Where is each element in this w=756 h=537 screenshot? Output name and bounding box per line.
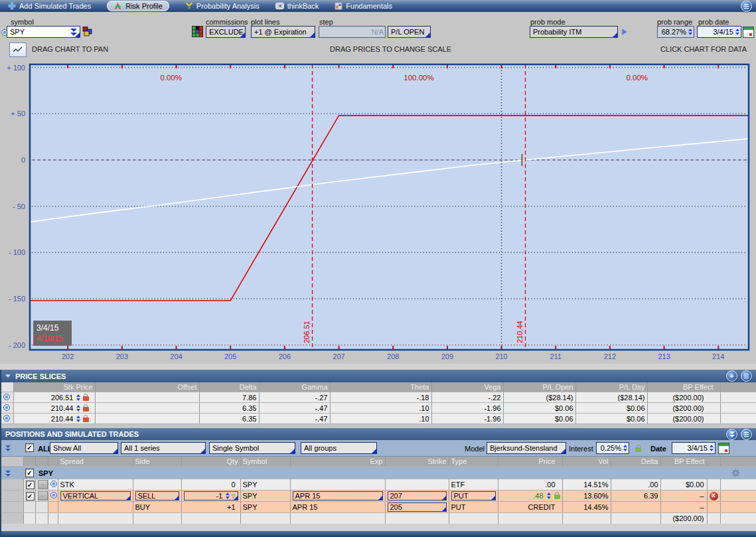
- interest-stepper[interactable]: [623, 445, 627, 451]
- tab-probability-analysis[interactable]: Probability Analysis: [185, 0, 260, 12]
- slice-pl-day: ($28.14): [575, 392, 647, 403]
- tab-fundamentals[interactable]: Fundamentals: [335, 0, 392, 12]
- price-slices-menu-icon[interactable]: [741, 370, 752, 382]
- all-checkbox[interactable]: ✓: [25, 443, 34, 452]
- col-gamma: Gamma: [259, 382, 330, 392]
- mini-chart-toggle-icon[interactable]: ~: [38, 480, 48, 489]
- series-filter-dropdown[interactable]: All 1 series: [121, 442, 206, 454]
- bottom-scroll-strip[interactable]: [0, 524, 756, 531]
- show-filter-value: Show All: [53, 444, 81, 452]
- slice-link-dot[interactable]: [3, 394, 10, 400]
- prob-range-stepper[interactable]: [688, 29, 692, 35]
- plot-lines-dropdown[interactable]: +1 @ Expiration: [251, 26, 315, 38]
- plot-lines-label: plot lines: [251, 18, 279, 26]
- svg-text:208: 208: [387, 352, 399, 360]
- group-collapse-icon[interactable]: [5, 445, 11, 451]
- tab-add-simulated-trades[interactable]: Add Simulated Trades: [8, 0, 91, 12]
- slice-stepper[interactable]: [76, 394, 80, 401]
- side-dropdown[interactable]: SELL: [135, 491, 179, 500]
- tab-label: Probability Analysis: [196, 2, 260, 10]
- symbol-label: symbol: [11, 18, 34, 26]
- spy-checkbox[interactable]: ✓: [25, 469, 34, 477]
- chart-splitter[interactable]: [0, 364, 756, 370]
- price-lock-icon[interactable]: [554, 495, 560, 499]
- spread-cell: STK: [58, 479, 133, 491]
- strike-dropdown[interactable]: 205: [388, 502, 447, 512]
- row-checkbox[interactable]: ✓: [26, 481, 35, 489]
- groups-filter-dropdown[interactable]: All groups: [301, 442, 377, 454]
- prob-range-input[interactable]: 68.27%: [657, 26, 694, 38]
- price-value[interactable]: .48: [533, 492, 543, 500]
- slice-price[interactable]: 210.44: [51, 415, 74, 423]
- qty-dropdown-icon[interactable]: ▽: [231, 493, 235, 499]
- strike-dropdown[interactable]: 207: [388, 491, 447, 500]
- trade-calendar-icon[interactable]: [718, 443, 729, 454]
- collapse-all-button[interactable]: [726, 429, 737, 440]
- risk-profile-chart[interactable]: + 100+ 500- 50- 100- 150- 20020220320420…: [0, 58, 756, 365]
- hint-drag-scale: DRAG PRICES TO CHANGE SCALE: [330, 45, 451, 53]
- bp-cell: –: [660, 502, 707, 513]
- calendar-icon[interactable]: [743, 27, 754, 38]
- symbol-input[interactable]: SPY: [7, 26, 80, 38]
- mini-chart-toggle-icon[interactable]: ~: [38, 491, 48, 500]
- price-stepper[interactable]: [547, 493, 551, 499]
- tab-bar-menu-icon[interactable]: [741, 1, 752, 12]
- step-input[interactable]: N/A: [319, 26, 386, 38]
- model-dropdown[interactable]: Bjerksund-Stensland: [487, 442, 566, 454]
- prob-date-input[interactable]: 3/4/15: [697, 26, 741, 38]
- slice-delta: 6.35: [199, 414, 259, 424]
- lock-icon[interactable]: [83, 396, 89, 401]
- show-filter-dropdown[interactable]: Show All: [50, 442, 118, 454]
- position-total-row: ($200.00): [0, 513, 756, 524]
- delete-trade-icon[interactable]: ×: [710, 492, 718, 500]
- slice-price[interactable]: 206.51: [51, 394, 74, 402]
- slice-stepper[interactable]: [76, 405, 80, 412]
- pl-style-dropdown[interactable]: P/L OPEN: [388, 26, 431, 38]
- tab-risk-profile[interactable]: Risk Profile: [107, 1, 169, 11]
- add-slice-button[interactable]: +: [726, 370, 737, 382]
- chart-style-button[interactable]: [9, 42, 27, 57]
- col-offset: Offset: [95, 382, 199, 392]
- trade-date-input[interactable]: 3/4/15: [672, 442, 716, 454]
- gear-icon[interactable]: [731, 469, 740, 477]
- lock-icon[interactable]: [83, 407, 89, 412]
- slice-gamma: -.27: [259, 392, 330, 403]
- spy-collapse-icon[interactable]: [5, 471, 11, 477]
- prob-date-stepper[interactable]: [735, 29, 739, 35]
- slice-link-dot[interactable]: [3, 404, 10, 411]
- row-link-dot[interactable]: [50, 492, 57, 499]
- slice-stepper[interactable]: [76, 416, 80, 422]
- row-checkbox[interactable]: ✓: [26, 492, 35, 500]
- positions-menu-icon[interactable]: [741, 429, 752, 440]
- slice-price[interactable]: 210.44: [51, 404, 74, 412]
- commissions-grid-icon[interactable]: [192, 26, 203, 38]
- qty-arrows[interactable]: [226, 493, 230, 499]
- interest-input[interactable]: 0.25%: [596, 442, 629, 454]
- col-type: Type: [449, 457, 498, 467]
- type-cell: ETF: [449, 479, 498, 491]
- collapse-triangle-icon[interactable]: [5, 374, 11, 378]
- svg-text:207: 207: [333, 352, 344, 360]
- trade-date-stepper[interactable]: [710, 445, 714, 451]
- symbol-cell: SPY: [240, 479, 290, 491]
- row-link-dot[interactable]: [50, 481, 57, 487]
- prob-mode-dropdown[interactable]: Probability ITM: [530, 26, 618, 38]
- commissions-dropdown[interactable]: EXCLUDE: [206, 26, 246, 38]
- lock-icon[interactable]: [83, 418, 89, 422]
- qty-stepper[interactable]: -1▽: [184, 491, 238, 500]
- slice-link-dot[interactable]: [3, 415, 10, 422]
- symbol-mode-dropdown[interactable]: Single Symbol: [209, 442, 295, 454]
- tab-label: thinkBack: [287, 2, 319, 10]
- spread-dropdown[interactable]: VERTICAL: [60, 491, 131, 500]
- layout-squares-icon[interactable]: [82, 27, 92, 37]
- menu-lines-icon: [744, 432, 749, 437]
- type-dropdown[interactable]: PUT: [451, 491, 496, 500]
- svg-text:- 200: - 200: [9, 341, 25, 349]
- commissions-label: commissions: [206, 18, 248, 26]
- tab-label: Fundamentals: [346, 2, 392, 10]
- exp-dropdown[interactable]: APR 15: [293, 491, 383, 500]
- tab-thinkback[interactable]: thinkBack: [275, 0, 319, 12]
- prob-play-icon[interactable]: [622, 29, 627, 35]
- side-cell: [133, 479, 181, 491]
- interest-lock-icon[interactable]: [635, 447, 641, 452]
